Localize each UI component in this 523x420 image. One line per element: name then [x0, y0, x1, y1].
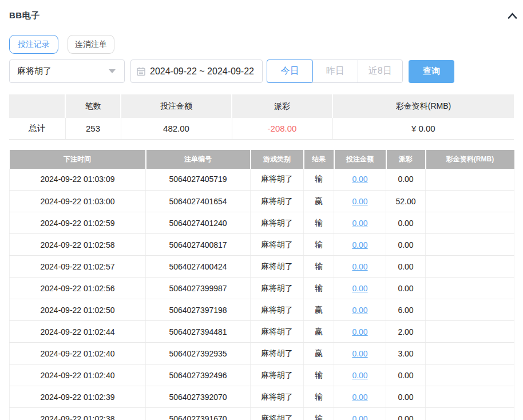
record-order-id: 5064027400817 — [146, 234, 251, 256]
record-bet-cell: 0.00 — [334, 234, 386, 256]
panel-header: BB电子 — [9, 10, 514, 21]
record-row: 2024-09-22 01:03:09 5064027405719 麻将胡了 输… — [10, 169, 514, 191]
record-game: 麻将胡了 — [251, 169, 304, 191]
record-result: 赢 — [304, 321, 334, 343]
record-bet-link[interactable]: 0.00 — [352, 327, 367, 336]
record-bet-cell: 0.00 — [334, 169, 386, 191]
record-payout: 0.00 — [386, 408, 426, 420]
summary-total-label: 总计 — [9, 118, 65, 139]
record-bet-link[interactable]: 0.00 — [352, 240, 367, 249]
search-button[interactable]: 查询 — [409, 60, 454, 83]
record-row: 2024-09-22 01:02:58 5064027400817 麻将胡了 输… — [10, 234, 514, 256]
record-row: 2024-09-22 01:02:38 5064027391670 麻将胡了 输… — [10, 408, 514, 420]
record-bet-cell: 0.00 — [334, 408, 386, 420]
record-payout: 0.00 — [386, 364, 426, 386]
record-order-id: 5064027405719 — [146, 169, 251, 191]
record-bet-link[interactable]: 0.00 — [352, 414, 367, 420]
game-select-value: 麻将胡了 — [17, 66, 51, 77]
summary-header-count: 笔数 — [65, 94, 121, 118]
record-game: 麻将胡了 — [251, 386, 304, 408]
record-row: 2024-09-22 01:03:00 5064027401654 麻将胡了 赢… — [10, 191, 514, 212]
summary-header-bet-amount: 投注金额 — [121, 94, 232, 118]
collapse-button[interactable] — [507, 10, 518, 21]
record-row: 2024-09-22 01:02:50 5064027397198 麻将胡了 赢… — [10, 299, 514, 321]
record-game: 麻将胡了 — [251, 364, 304, 386]
records-header-game: 游戏类别 — [251, 150, 304, 169]
record-order-id: 5064027391670 — [146, 408, 251, 420]
record-row: 2024-09-22 01:02:39 5064027392070 麻将胡了 输… — [10, 386, 514, 408]
date-range-input[interactable]: 2024-09-22 ~ 2024-09-22 — [130, 60, 263, 83]
record-order-id: 5064027394481 — [146, 321, 251, 343]
record-payout: 0.00 — [386, 386, 426, 408]
record-order-id: 5064027401240 — [146, 212, 251, 234]
record-payout: 0.00 — [386, 212, 426, 234]
record-result: 输 — [304, 169, 334, 191]
record-row: 2024-09-22 01:02:57 5064027400424 麻将胡了 输… — [10, 256, 514, 278]
record-bonus — [426, 234, 514, 256]
record-bet-link[interactable]: 0.00 — [352, 306, 367, 315]
summary-header-row: 笔数 投注金额 派彩 彩金资料(RMB) — [9, 94, 514, 118]
record-bet-link[interactable]: 0.00 — [352, 262, 367, 271]
record-bet-link[interactable]: 0.00 — [352, 219, 367, 228]
records-header-result: 结果 — [304, 150, 334, 169]
chevron-down-icon — [109, 69, 116, 73]
record-bonus — [426, 408, 514, 420]
record-bonus — [426, 321, 514, 343]
record-game: 麻将胡了 — [251, 234, 304, 256]
record-time: 2024-09-22 01:02:58 — [10, 234, 146, 256]
betting-records-panel: BB电子 投注记录 连消注单 麻将胡了 — [0, 10, 523, 420]
record-payout: 0.00 — [386, 169, 426, 191]
game-select[interactable]: 麻将胡了 — [9, 60, 125, 83]
tabs: 投注记录 连消注单 — [9, 35, 514, 54]
summary-total-count: 253 — [65, 118, 121, 139]
summary-total-bet-amount: 482.00 — [121, 118, 232, 139]
record-bet-link[interactable]: 0.00 — [352, 175, 367, 184]
record-game: 麻将胡了 — [251, 191, 304, 212]
record-bet-link[interactable]: 0.00 — [352, 284, 367, 293]
record-bet-cell: 0.00 — [334, 386, 386, 408]
quick-range-today[interactable]: 今日 — [267, 60, 313, 83]
record-order-id: 5064027397198 — [146, 299, 251, 321]
quick-range-last8days[interactable]: 近8日 — [358, 60, 403, 82]
summary-total-row: 总计 253 482.00 -208.00 ¥ 0.00 — [9, 118, 514, 139]
record-bet-cell: 0.00 — [334, 299, 386, 321]
record-bonus — [426, 278, 514, 299]
record-time: 2024-09-22 01:02:56 — [10, 278, 146, 299]
record-bet-link[interactable]: 0.00 — [352, 393, 367, 402]
record-payout: 52.00 — [386, 191, 426, 212]
record-bonus — [426, 299, 514, 321]
record-order-id: 5064027399987 — [146, 278, 251, 299]
records-header-payout: 派彩 — [386, 150, 426, 169]
records-table: 下注时间 注单编号 游戏类别 结果 投注金额 派彩 彩金资料(RMB) 2024… — [9, 150, 514, 420]
tab-cancelled-orders[interactable]: 连消注单 — [68, 35, 114, 54]
summary-header-bonus: 彩金资料(RMB) — [332, 94, 514, 118]
record-result: 输 — [304, 256, 334, 278]
record-result: 输 — [304, 234, 334, 256]
tab-betting-records[interactable]: 投注记录 — [9, 35, 58, 54]
records-header-order-id: 注单编号 — [146, 150, 251, 169]
record-time: 2024-09-22 01:02:38 — [10, 408, 146, 420]
record-result: 输 — [304, 364, 334, 386]
record-row: 2024-09-22 01:02:56 5064027399987 麻将胡了 输… — [10, 278, 514, 299]
record-time: 2024-09-22 01:02:59 — [10, 212, 146, 234]
quick-range-yesterday[interactable]: 昨日 — [313, 60, 358, 82]
record-bonus — [426, 191, 514, 212]
record-payout: 0.00 — [386, 234, 426, 256]
record-bonus — [426, 386, 514, 408]
record-bonus — [426, 212, 514, 234]
record-time: 2024-09-22 01:02:39 — [10, 386, 146, 408]
record-payout: 3.00 — [386, 343, 426, 364]
record-order-id: 5064027392070 — [146, 386, 251, 408]
record-time: 2024-09-22 01:02:40 — [10, 364, 146, 386]
record-row: 2024-09-22 01:02:40 5064027392935 麻将胡了 赢… — [10, 343, 514, 364]
record-bet-link[interactable]: 0.00 — [352, 197, 367, 206]
records-header-time: 下注时间 — [10, 150, 146, 169]
record-payout: 0.00 — [386, 278, 426, 299]
record-bet-cell: 0.00 — [334, 343, 386, 364]
record-bet-link[interactable]: 0.00 — [352, 349, 367, 358]
record-game: 麻将胡了 — [251, 343, 304, 364]
record-bet-link[interactable]: 0.00 — [352, 371, 367, 380]
record-payout: 0.00 — [386, 256, 426, 278]
calendar-icon — [137, 67, 145, 76]
record-result: 赢 — [304, 343, 334, 364]
